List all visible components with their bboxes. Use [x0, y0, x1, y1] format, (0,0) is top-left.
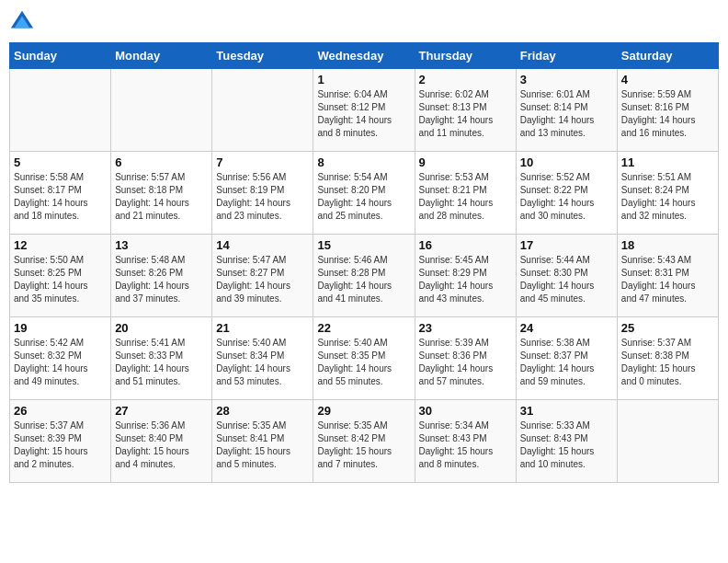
day-info-16: Sunrise: 5:45 AM Sunset: 8:29 PM Dayligh… — [419, 254, 512, 305]
day-info-30: Sunrise: 5:34 AM Sunset: 8:43 PM Dayligh… — [419, 419, 512, 471]
day-cell-6: 6Sunrise: 5:57 AM Sunset: 8:18 PM Daylig… — [111, 152, 212, 235]
day-number-12: 12 — [14, 238, 107, 252]
day-info-10: Sunrise: 5:52 AM Sunset: 8:22 PM Dayligh… — [520, 171, 613, 223]
day-cell-23: 23Sunrise: 5:39 AM Sunset: 8:36 PM Dayli… — [415, 317, 516, 400]
empty-cell — [10, 69, 111, 152]
day-info-29: Sunrise: 5:35 AM Sunset: 8:42 PM Dayligh… — [317, 419, 410, 471]
day-info-22: Sunrise: 5:40 AM Sunset: 8:35 PM Dayligh… — [317, 337, 410, 388]
day-cell-20: 20Sunrise: 5:41 AM Sunset: 8:33 PM Dayli… — [111, 317, 212, 400]
day-cell-25: 25Sunrise: 5:37 AM Sunset: 8:38 PM Dayli… — [617, 317, 718, 400]
day-cell-27: 27Sunrise: 5:36 AM Sunset: 8:40 PM Dayli… — [111, 400, 212, 483]
day-cell-15: 15Sunrise: 5:46 AM Sunset: 8:28 PM Dayli… — [313, 235, 415, 317]
day-info-25: Sunrise: 5:37 AM Sunset: 8:38 PM Dayligh… — [621, 337, 714, 388]
day-cell-22: 22Sunrise: 5:40 AM Sunset: 8:35 PM Dayli… — [313, 317, 415, 400]
day-number-4: 4 — [621, 73, 714, 86]
day-info-2: Sunrise: 6:02 AM Sunset: 8:13 PM Dayligh… — [419, 88, 512, 140]
day-cell-17: 17Sunrise: 5:44 AM Sunset: 8:30 PM Dayli… — [516, 235, 617, 317]
empty-cell — [212, 69, 313, 152]
day-number-16: 16 — [419, 238, 512, 252]
day-info-9: Sunrise: 5:53 AM Sunset: 8:21 PM Dayligh… — [419, 171, 512, 223]
day-number-25: 25 — [621, 321, 714, 335]
header-monday: Monday — [111, 43, 212, 69]
week-row-1: 1Sunrise: 6:04 AM Sunset: 8:12 PM Daylig… — [10, 69, 719, 152]
day-cell-30: 30Sunrise: 5:34 AM Sunset: 8:43 PM Dayli… — [415, 400, 516, 483]
day-number-28: 28 — [216, 404, 309, 418]
day-cell-18: 18Sunrise: 5:43 AM Sunset: 8:31 PM Dayli… — [617, 235, 718, 317]
day-number-15: 15 — [317, 238, 410, 252]
day-info-8: Sunrise: 5:54 AM Sunset: 8:20 PM Dayligh… — [317, 171, 410, 223]
day-number-26: 26 — [14, 404, 107, 418]
day-cell-1: 1Sunrise: 6:04 AM Sunset: 8:12 PM Daylig… — [313, 69, 415, 152]
day-number-21: 21 — [216, 321, 309, 335]
day-info-5: Sunrise: 5:58 AM Sunset: 8:17 PM Dayligh… — [14, 171, 107, 223]
header-thursday: Thursday — [415, 43, 516, 69]
day-number-9: 9 — [419, 155, 512, 169]
header-friday: Friday — [516, 43, 617, 69]
day-info-17: Sunrise: 5:44 AM Sunset: 8:30 PM Dayligh… — [520, 254, 613, 305]
day-info-21: Sunrise: 5:40 AM Sunset: 8:34 PM Dayligh… — [216, 337, 309, 388]
day-info-20: Sunrise: 5:41 AM Sunset: 8:33 PM Dayligh… — [115, 337, 208, 388]
day-info-12: Sunrise: 5:50 AM Sunset: 8:25 PM Dayligh… — [14, 254, 107, 305]
day-number-19: 19 — [14, 321, 107, 335]
header-wednesday: Wednesday — [313, 43, 415, 69]
empty-cell — [617, 400, 718, 483]
day-cell-12: 12Sunrise: 5:50 AM Sunset: 8:25 PM Dayli… — [10, 235, 111, 317]
day-info-27: Sunrise: 5:36 AM Sunset: 8:40 PM Dayligh… — [115, 419, 208, 471]
day-number-1: 1 — [317, 73, 410, 86]
day-cell-2: 2Sunrise: 6:02 AM Sunset: 8:13 PM Daylig… — [415, 69, 516, 152]
day-number-11: 11 — [621, 155, 714, 169]
header-sunday: Sunday — [10, 43, 111, 69]
day-cell-19: 19Sunrise: 5:42 AM Sunset: 8:32 PM Dayli… — [10, 317, 111, 400]
day-info-18: Sunrise: 5:43 AM Sunset: 8:31 PM Dayligh… — [621, 254, 714, 305]
day-info-19: Sunrise: 5:42 AM Sunset: 8:32 PM Dayligh… — [14, 337, 107, 388]
day-number-20: 20 — [115, 321, 208, 335]
day-cell-13: 13Sunrise: 5:48 AM Sunset: 8:26 PM Dayli… — [111, 235, 212, 317]
day-cell-21: 21Sunrise: 5:40 AM Sunset: 8:34 PM Dayli… — [212, 317, 313, 400]
day-cell-16: 16Sunrise: 5:45 AM Sunset: 8:29 PM Dayli… — [415, 235, 516, 317]
logo-icon — [9, 9, 35, 35]
day-number-3: 3 — [520, 73, 613, 86]
day-cell-29: 29Sunrise: 5:35 AM Sunset: 8:42 PM Dayli… — [313, 400, 415, 483]
day-cell-11: 11Sunrise: 5:51 AM Sunset: 8:24 PM Dayli… — [617, 152, 718, 235]
day-number-31: 31 — [520, 404, 613, 418]
day-info-6: Sunrise: 5:57 AM Sunset: 8:18 PM Dayligh… — [115, 171, 208, 223]
day-cell-3: 3Sunrise: 6:01 AM Sunset: 8:14 PM Daylig… — [516, 69, 617, 152]
week-row-4: 19Sunrise: 5:42 AM Sunset: 8:32 PM Dayli… — [10, 317, 719, 400]
day-number-29: 29 — [317, 404, 410, 418]
week-row-5: 26Sunrise: 5:37 AM Sunset: 8:39 PM Dayli… — [10, 400, 719, 483]
day-info-28: Sunrise: 5:35 AM Sunset: 8:41 PM Dayligh… — [216, 419, 309, 471]
day-number-6: 6 — [115, 155, 208, 169]
day-cell-7: 7Sunrise: 5:56 AM Sunset: 8:19 PM Daylig… — [212, 152, 313, 235]
header-tuesday: Tuesday — [212, 43, 313, 69]
day-info-26: Sunrise: 5:37 AM Sunset: 8:39 PM Dayligh… — [14, 419, 107, 471]
day-cell-10: 10Sunrise: 5:52 AM Sunset: 8:22 PM Dayli… — [516, 152, 617, 235]
day-cell-28: 28Sunrise: 5:35 AM Sunset: 8:41 PM Dayli… — [212, 400, 313, 483]
day-info-15: Sunrise: 5:46 AM Sunset: 8:28 PM Dayligh… — [317, 254, 410, 305]
day-number-17: 17 — [520, 238, 613, 252]
empty-cell — [111, 69, 212, 152]
day-info-24: Sunrise: 5:38 AM Sunset: 8:37 PM Dayligh… — [520, 337, 613, 388]
day-number-23: 23 — [419, 321, 512, 335]
day-number-2: 2 — [419, 73, 512, 86]
day-info-7: Sunrise: 5:56 AM Sunset: 8:19 PM Dayligh… — [216, 171, 309, 223]
day-info-14: Sunrise: 5:47 AM Sunset: 8:27 PM Dayligh… — [216, 254, 309, 305]
week-row-3: 12Sunrise: 5:50 AM Sunset: 8:25 PM Dayli… — [10, 235, 719, 317]
day-number-14: 14 — [216, 238, 309, 252]
day-cell-8: 8Sunrise: 5:54 AM Sunset: 8:20 PM Daylig… — [313, 152, 415, 235]
day-cell-14: 14Sunrise: 5:47 AM Sunset: 8:27 PM Dayli… — [212, 235, 313, 317]
day-number-10: 10 — [520, 155, 613, 169]
day-number-22: 22 — [317, 321, 410, 335]
calendar-table: SundayMondayTuesdayWednesdayThursdayFrid… — [9, 42, 719, 483]
day-cell-24: 24Sunrise: 5:38 AM Sunset: 8:37 PM Dayli… — [516, 317, 617, 400]
day-cell-4: 4Sunrise: 5:59 AM Sunset: 8:16 PM Daylig… — [617, 69, 718, 152]
day-number-7: 7 — [216, 155, 309, 169]
day-info-23: Sunrise: 5:39 AM Sunset: 8:36 PM Dayligh… — [419, 337, 512, 388]
day-info-13: Sunrise: 5:48 AM Sunset: 8:26 PM Dayligh… — [115, 254, 208, 305]
day-number-8: 8 — [317, 155, 410, 169]
logo — [9, 9, 39, 35]
day-number-13: 13 — [115, 238, 208, 252]
day-cell-5: 5Sunrise: 5:58 AM Sunset: 8:17 PM Daylig… — [10, 152, 111, 235]
day-info-4: Sunrise: 5:59 AM Sunset: 8:16 PM Dayligh… — [621, 88, 714, 140]
day-info-3: Sunrise: 6:01 AM Sunset: 8:14 PM Dayligh… — [520, 88, 613, 140]
day-number-30: 30 — [419, 404, 512, 418]
